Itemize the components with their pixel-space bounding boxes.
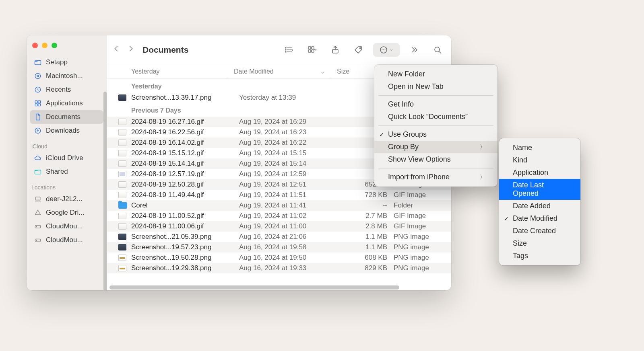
submenu-item[interactable]: Application (499, 166, 580, 179)
menu-item[interactable]: New Folder (374, 68, 497, 80)
drive-icon (34, 236, 42, 244)
file-row[interactable]: 2024-08-19 11.49.44.gifAug 19, 2024 at 1… (107, 190, 451, 200)
file-kind: PNG image (390, 233, 446, 241)
tags-button[interactable] (350, 43, 367, 57)
file-date: Aug 19, 2024 at 12:51 (239, 181, 342, 189)
view-list-button[interactable] (280, 43, 297, 57)
cloud-icon (34, 154, 42, 162)
file-date: Aug 19, 2024 at 12:59 (239, 170, 342, 178)
svg-rect-27 (312, 50, 314, 52)
file-row[interactable]: Screenshot...19.50.28.pngAug 16, 2024 at… (107, 252, 451, 263)
zoom-window-button[interactable] (52, 43, 57, 48)
submenu-item-label: Date Last Opened (513, 181, 568, 198)
file-row[interactable]: Screenshot...21.05.39.pngAug 16, 2024 at… (107, 232, 451, 242)
close-window-button[interactable] (32, 43, 38, 48)
share-button[interactable] (326, 43, 344, 57)
sidebar-item-fav-5[interactable]: Downloads (30, 124, 103, 138)
menu-item[interactable]: Quick Look “Documents” (374, 111, 497, 123)
context-menu: New FolderOpen in New TabGet InfoQuick L… (374, 65, 497, 187)
group-button[interactable] (303, 43, 321, 57)
menu-item[interactable]: Group By〉 (374, 141, 497, 153)
file-name: Corel (131, 201, 239, 209)
forward-button[interactable] (126, 44, 135, 55)
file-icon (118, 265, 126, 271)
svg-point-21 (285, 47, 286, 48)
sidebar-item-label: Recents (46, 86, 71, 94)
sidebar-item-loc-1[interactable]: Google Dri... (30, 206, 103, 220)
menu-item-label: Show View Options (388, 155, 451, 164)
sidebar-item-fav-3[interactable]: Applications (30, 96, 103, 110)
sidebar-item-fav-0[interactable]: Setapp (30, 55, 103, 69)
svg-rect-11 (35, 197, 40, 200)
file-name: Screenshot...19.50.28.png (131, 254, 239, 262)
sidebar-item-fav-2[interactable]: Recents (30, 83, 103, 96)
search-button[interactable] (429, 43, 446, 57)
clock-icon (34, 86, 42, 94)
submenu-item[interactable]: Size (499, 237, 580, 250)
column-date-modified[interactable]: Date Modified⌄ (228, 64, 331, 78)
svg-point-23 (285, 51, 286, 52)
file-name: 2024-08-19 12.57.19.gif (131, 170, 239, 178)
svg-point-15 (36, 226, 37, 227)
submenu-item-label: Date Created (513, 227, 556, 235)
file-date: Aug 19, 2024 at 11:00 (239, 222, 342, 230)
sidebar-item-fav-1[interactable]: Macintosh... (30, 69, 103, 83)
sidebar-item-loc-3[interactable]: CloudMou... (30, 233, 103, 247)
file-icon (118, 234, 126, 240)
file-row[interactable]: 2024-08-19 11.00.06.gifAug 19, 2024 at 1… (107, 221, 451, 232)
file-date: Aug 19, 2024 at 16:23 (239, 128, 342, 136)
horizontal-scrollbar[interactable] (107, 285, 451, 290)
sidebar-item-icloud-0[interactable]: iCloud Drive (30, 151, 103, 165)
submenu-item[interactable]: Tags (499, 250, 580, 262)
file-name: 2024-08-19 16.14.02.gif (131, 139, 239, 147)
menu-item[interactable]: Use Groups (374, 128, 497, 141)
menu-item[interactable]: Get Info (374, 98, 497, 111)
svg-point-2 (37, 75, 39, 77)
file-row[interactable]: 2024-08-19 11.00.52.gifAug 19, 2024 at 1… (107, 211, 451, 221)
file-kind: Folder (390, 201, 446, 209)
sidebar-item-fav-4[interactable]: Documents (30, 110, 103, 124)
file-row[interactable]: Screenshot...19.29.38.pngAug 16, 2024 at… (107, 263, 451, 273)
svg-point-1 (35, 73, 40, 78)
menu-item-label: Import from iPhone (388, 173, 450, 181)
submenu-item-label: Application (513, 168, 548, 177)
menu-item[interactable]: Import from iPhone〉 (374, 171, 497, 183)
column-name[interactable]: Yesterday (107, 64, 228, 78)
file-size: 1.1 MB (342, 243, 390, 251)
menu-separator (378, 125, 493, 126)
laptop-icon (34, 195, 42, 203)
svg-point-17 (36, 240, 37, 241)
submenu-item[interactable]: Name (499, 142, 580, 154)
file-name: Screenshot...19.29.38.png (131, 264, 239, 272)
submenu-item[interactable]: Date Added (499, 200, 580, 212)
more-actions-button[interactable] (373, 43, 400, 57)
menu-separator (378, 168, 493, 168)
back-button[interactable] (112, 44, 121, 55)
menu-item-label: Group By (388, 143, 419, 151)
sidebar-scrollbar[interactable] (103, 92, 107, 290)
svg-rect-25 (312, 47, 314, 49)
submenu-item[interactable]: Date Last Opened (499, 179, 580, 200)
minimize-window-button[interactable] (42, 43, 47, 48)
sidebar-item-loc-0[interactable]: deer-J2L2... (30, 192, 103, 206)
menu-item[interactable]: Show View Options (374, 153, 497, 166)
file-date: Aug 19, 2024 at 15:14 (239, 160, 342, 168)
menu-item-label: Quick Look “Documents” (388, 113, 468, 121)
submenu-item-label: Kind (513, 156, 527, 164)
sidebar-item-loc-2[interactable]: CloudMou... (30, 220, 103, 233)
file-row[interactable]: Screenshot...19.57.23.pngAug 16, 2024 at… (107, 242, 451, 252)
file-row[interactable]: CorelAug 19, 2024 at 11:41--Folder (107, 200, 451, 211)
column-size[interactable]: Size (331, 64, 379, 78)
file-icon (118, 244, 126, 250)
svg-point-32 (383, 49, 384, 50)
submenu-item[interactable]: Date Created (499, 225, 580, 237)
file-name: 2024-08-19 11.49.44.gif (131, 191, 239, 199)
sidebar-item-label: iCloud Drive (46, 154, 83, 162)
file-size: 829 KB (342, 264, 390, 272)
sidebar-item-icloud-1[interactable]: Shared (30, 165, 103, 179)
menu-item[interactable]: Open in New Tab (374, 80, 497, 93)
overflow-button[interactable] (405, 43, 423, 57)
file-date: Aug 16, 2024 at 19:58 (239, 243, 342, 251)
submenu-item[interactable]: Kind (499, 154, 580, 166)
submenu-item[interactable]: Date Modified (499, 212, 580, 225)
